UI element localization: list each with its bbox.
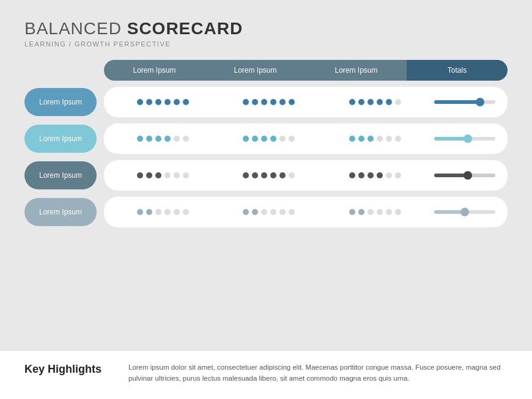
dot (279, 172, 286, 178)
dot (252, 172, 258, 178)
dot (183, 99, 189, 105)
dot (155, 99, 161, 105)
dot (183, 209, 189, 215)
dot (377, 136, 383, 142)
dot (155, 172, 161, 178)
dot (386, 99, 392, 105)
dot (261, 99, 267, 105)
dot (279, 99, 286, 105)
header-col2: Lorem Ipsum (205, 60, 306, 81)
dot (137, 99, 143, 105)
dot (261, 209, 267, 215)
dot-group-4-2 (216, 209, 322, 215)
slider-track-1 (434, 100, 495, 104)
dot (243, 209, 249, 215)
dot (289, 136, 295, 142)
slider-track-4 (434, 210, 495, 214)
main-content: BALANCED SCORECARD LEARNING / GROWTH PER… (0, 0, 532, 350)
data-row-3: Lorem Ipsum (104, 160, 508, 191)
slider-fill (434, 137, 468, 141)
row-label-1: Lorem Ipsum (24, 88, 97, 116)
footer-title: Key Highlights (24, 362, 116, 376)
dot-group-4-3 (322, 209, 428, 215)
dot (174, 99, 180, 105)
dot (377, 209, 383, 215)
dot-group-2-2 (216, 136, 322, 142)
dot (386, 136, 392, 142)
row-label-3: Lorem Ipsum (24, 161, 97, 189)
dot (155, 136, 161, 142)
dot (358, 99, 364, 105)
dot (358, 209, 364, 215)
row-data-1 (104, 87, 508, 117)
dot (386, 172, 392, 178)
dot (243, 136, 249, 142)
dot (137, 172, 143, 178)
dot (183, 172, 189, 178)
header-col3: Lorem Ipsum (306, 60, 407, 81)
scorecard-area: Lorem Ipsum Lorem Ipsum Lorem Ipsum Tota… (24, 60, 508, 227)
dot (164, 172, 171, 178)
dot-group-1-1 (110, 99, 216, 105)
dot-group-3-2 (216, 172, 322, 178)
dot (386, 209, 392, 215)
dot (183, 136, 189, 142)
slider-thumb (460, 208, 469, 216)
dot (289, 99, 295, 105)
dot (349, 136, 355, 142)
dot (368, 136, 374, 142)
dot (164, 209, 171, 215)
dot (137, 209, 143, 215)
dot-group-2-1 (110, 136, 216, 142)
row-label-2: Lorem Ipsum (24, 125, 97, 153)
dot (137, 136, 143, 142)
dot (261, 172, 267, 178)
dot (243, 99, 249, 105)
dot (358, 136, 364, 142)
dot-group-4-1 (110, 209, 216, 215)
title-normal: BALANCED (24, 19, 127, 38)
dot (243, 172, 249, 178)
slider-track-2 (434, 137, 495, 141)
dot (164, 136, 171, 142)
dot (252, 99, 258, 105)
dot (279, 209, 286, 215)
dot (349, 99, 355, 105)
dot (368, 172, 374, 178)
dot (270, 136, 276, 142)
page-title: BALANCED SCORECARD (24, 18, 508, 39)
page-subtitle: LEARNING / GROWTH PERSPECTIVE (24, 40, 508, 48)
data-row-2: Lorem Ipsum (104, 123, 508, 154)
dot (395, 99, 401, 105)
slider-fill (434, 174, 468, 177)
dot (395, 209, 401, 215)
dot-group-3-3 (322, 172, 428, 178)
dot (252, 136, 258, 142)
header-row: Lorem Ipsum Lorem Ipsum Lorem Ipsum Tota… (104, 60, 508, 81)
slider-3 (428, 174, 501, 177)
dot (279, 136, 286, 142)
slider-thumb (464, 134, 472, 143)
row-data-3 (104, 160, 508, 191)
dot (289, 172, 295, 178)
dot (349, 172, 355, 178)
slider-1 (428, 100, 501, 104)
dot (261, 136, 267, 142)
slider-thumb (476, 98, 484, 106)
dot-group-1-3 (322, 99, 428, 105)
slider-thumb (464, 171, 472, 180)
row-label-4: Lorem Ipsum (24, 198, 97, 226)
dot (146, 209, 152, 215)
dot (270, 172, 276, 178)
dot (146, 99, 152, 105)
slider-track-3 (434, 174, 495, 177)
footer-text: Lorem ipsum dolor sit amet, consectetuer… (128, 362, 508, 384)
dot (174, 136, 180, 142)
dot-group-2-3 (322, 136, 428, 142)
dot (146, 172, 152, 178)
dot-group-1-2 (216, 99, 322, 105)
dot (395, 136, 401, 142)
slider-empty (465, 210, 495, 214)
dot (395, 172, 401, 178)
dot (289, 209, 295, 215)
